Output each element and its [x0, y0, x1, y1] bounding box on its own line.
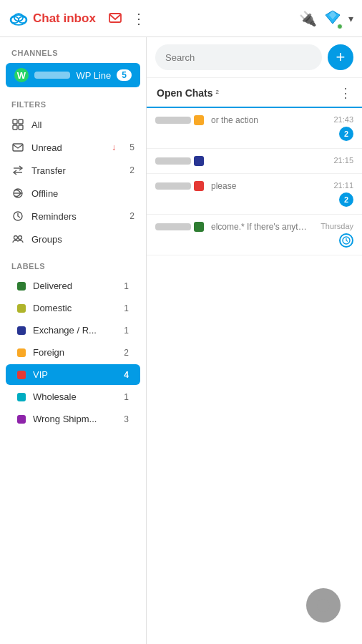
more-vert-icon[interactable]: ⋮	[132, 11, 147, 26]
label-dot-foreign	[17, 348, 26, 357]
filter-label-transfer: Transfer	[31, 165, 116, 176]
label-count-wholesale: 1	[124, 392, 129, 402]
channel-item-whatsapp[interactable]: W WP Line 5	[6, 63, 140, 87]
filter-count-reminders: 2	[123, 211, 134, 221]
label-dot-wholesale	[17, 393, 26, 401]
label-name-wholesale: Wholesale	[33, 391, 117, 402]
fab-area	[306, 588, 341, 623]
filter-item-reminders[interactable]: Reminders 2	[0, 205, 146, 228]
svg-rect-9	[13, 125, 17, 130]
mail-icon	[11, 141, 24, 154]
unread-badge-1: 2	[339, 127, 353, 141]
diamond-icon	[324, 9, 341, 25]
chat-label-tag-1	[194, 115, 204, 125]
svg-rect-11	[13, 144, 23, 151]
channel-suffix: WP Line	[76, 70, 111, 81]
svg-rect-8	[19, 119, 23, 124]
filter-label-all: All	[31, 119, 116, 130]
plugin-icon[interactable]: 🔌	[299, 10, 317, 27]
filter-label-groups: Groups	[31, 234, 116, 245]
chats-title: Open Chats	[157, 87, 213, 99]
label-count-delivered: 1	[124, 281, 129, 291]
chat-content-3: please	[211, 181, 310, 191]
chat-time-1: 21:43	[333, 115, 353, 124]
chat-item-2[interactable]: 21:15	[147, 149, 362, 174]
unread-badge-3: 2	[339, 192, 353, 207]
diamond-icon-wrap[interactable]	[324, 9, 341, 28]
label-item-domestic[interactable]: Domestic 1	[6, 298, 140, 318]
filter-item-all[interactable]: All	[0, 113, 146, 136]
label-item-vip[interactable]: VIP 4	[6, 364, 140, 385]
chat-content-1: or the action	[211, 115, 310, 125]
add-chat-button[interactable]: +	[328, 44, 353, 70]
filter-item-transfer[interactable]: Transfer 2	[0, 159, 146, 182]
filter-label-reminders: Reminders	[31, 211, 116, 222]
svg-rect-4	[109, 14, 121, 22]
reminders-icon	[11, 210, 24, 223]
filter-item-groups[interactable]: Groups	[0, 228, 146, 250]
label-item-exchange[interactable]: Exchange / R... 1	[6, 320, 140, 341]
labels-label: LABELS	[0, 250, 146, 275]
fab-button[interactable]	[306, 588, 341, 623]
whatsapp-icon: W	[14, 68, 29, 82]
chat-item-3[interactable]: please 21:11 2	[147, 174, 362, 215]
filter-item-unread[interactable]: Unread ↓ 5	[0, 136, 146, 159]
top-header: Chat inbox ⋮ 🔌 ▾	[0, 0, 362, 37]
chat-name-blur-3	[155, 182, 191, 190]
svg-point-17	[317, 599, 330, 612]
chat-item-4[interactable]: elcome.* If there's anything else I ca..…	[147, 215, 362, 255]
header-icons: ⋮	[107, 11, 147, 26]
chat-meta-3: 21:11 2	[318, 181, 353, 207]
label-name-exchange: Exchange / R...	[33, 325, 117, 336]
filter-count-unread: 5	[123, 142, 134, 152]
header-right-icons: 🔌 ▾	[299, 9, 353, 28]
chat-name-blur-2	[155, 157, 191, 165]
filters-label: FILTERS	[0, 89, 146, 113]
label-dot-exchange	[17, 326, 26, 335]
chat-meta-2: 21:15	[318, 156, 353, 165]
compose-icon[interactable]	[107, 11, 123, 26]
fab-icon	[316, 598, 331, 613]
clock-badge-4	[339, 233, 353, 248]
chats-more-icon[interactable]: ⋮	[339, 85, 352, 101]
chat-avatar-area-4	[155, 222, 204, 232]
chat-name-blur-1	[155, 117, 191, 124]
label-item-wholesale[interactable]: Wholesale 1	[6, 386, 140, 407]
filter-count-transfer: 2	[123, 165, 134, 175]
label-item-wrongship[interactable]: Wrong Shipm... 3	[6, 409, 140, 429]
right-panel: + Open Chats ² ⋮ or the action 21:43	[147, 37, 362, 644]
label-dot-wrongship	[17, 415, 26, 424]
chat-label-tag-2	[194, 156, 204, 166]
chat-meta-4: Thursday	[318, 222, 353, 248]
search-row: +	[147, 37, 362, 78]
chat-item[interactable]: or the action 21:43 2	[147, 108, 362, 149]
label-name-delivered: Delivered	[33, 280, 117, 291]
label-count-exchange: 1	[124, 326, 129, 336]
filter-item-offline[interactable]: Offline	[0, 182, 146, 205]
chats-header: Open Chats ² ⋮	[147, 78, 362, 108]
label-count-domestic: 1	[124, 303, 129, 313]
transfer-icon	[11, 164, 24, 177]
label-name-domestic: Domestic	[33, 303, 117, 313]
svg-rect-10	[19, 125, 23, 130]
chat-avatar-area-2	[155, 156, 204, 166]
search-input[interactable]	[155, 44, 322, 70]
chat-label-tag-4	[194, 222, 204, 232]
channels-label: CHANNELS	[0, 37, 146, 62]
chat-list: or the action 21:43 2 21:15	[147, 108, 362, 644]
label-item-foreign[interactable]: Foreign 2	[6, 342, 140, 363]
label-count-vip: 4	[124, 370, 129, 380]
chevron-down-icon[interactable]: ▾	[348, 13, 353, 24]
chats-count: ²	[216, 88, 219, 99]
label-item-delivered[interactable]: Delivered 1	[6, 275, 140, 296]
channel-badge: 5	[117, 69, 132, 81]
unread-arrow-icon: ↓	[112, 142, 116, 152]
chat-avatar-area-3	[155, 181, 204, 191]
chat-time-3: 21:11	[333, 181, 353, 190]
offline-icon	[11, 187, 24, 200]
main-layout: CHANNELS W WP Line 5 FILTERS All	[0, 37, 362, 644]
cloud-icon	[9, 11, 29, 26]
label-dot-delivered	[17, 282, 26, 291]
chat-preview-4: elcome.* If there's anything else I ca..…	[211, 222, 310, 232]
channel-name-blur	[34, 72, 70, 79]
